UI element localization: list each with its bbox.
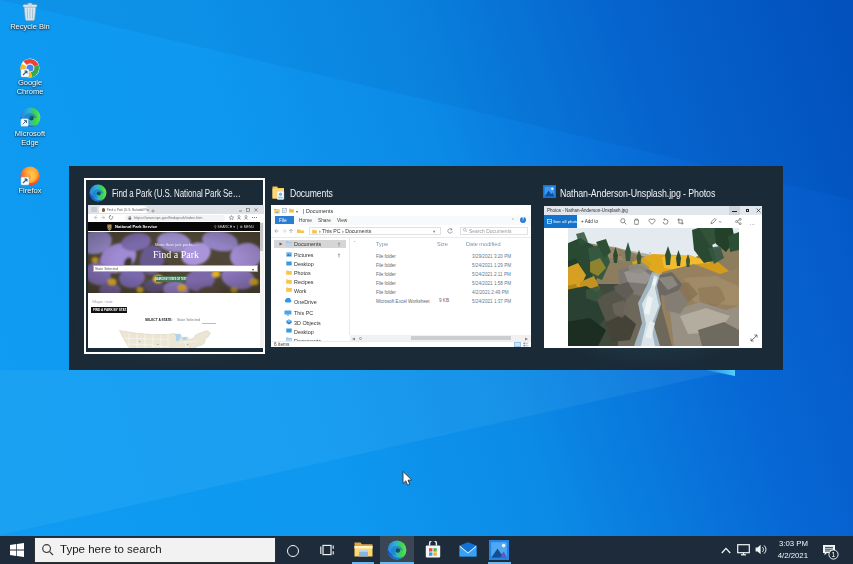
svg-text:1: 1: [832, 551, 836, 558]
